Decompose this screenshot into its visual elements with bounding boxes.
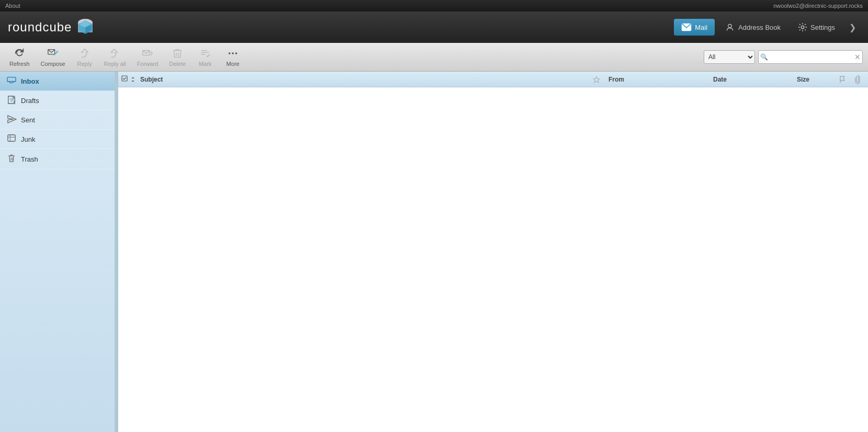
sidebar-item-drafts[interactable]: Drafts [0,91,115,110]
drafts-icon [6,95,17,106]
filter-select[interactable]: All Unread Flagged Unanswered [704,50,755,64]
message-list-body [118,87,868,432]
search-icon[interactable]: 🔍 [760,53,768,61]
forward-button[interactable]: Forward [133,45,162,69]
mail-nav-icon [681,23,692,31]
column-subject-header[interactable]: Subject [136,76,589,83]
size-header-label: Size [797,76,809,83]
mark-icon [199,47,211,60]
svg-point-19 [235,52,238,54]
more-label: More [227,61,240,67]
junk-label: Junk [21,135,35,143]
logo-text: roundcube [8,20,72,35]
nav-right: Mail Address Book Settings ❯ [674,18,860,36]
address-book-nav-label: Address Book [738,24,781,31]
trash-label: Trash [21,155,38,163]
mail-nav-button[interactable]: Mail [674,19,715,36]
address-book-nav-icon [725,23,735,31]
svg-point-17 [229,52,231,54]
inbox-icon [6,76,17,86]
compose-button[interactable]: Compose [37,45,70,69]
date-header-label: Date [713,76,727,83]
sidebar-item-sent[interactable]: Sent [0,110,115,130]
sidebar-item-junk[interactable]: Junk [0,130,115,149]
column-check[interactable] [120,75,136,84]
more-button[interactable]: More [220,45,245,69]
svg-rect-28 [122,76,127,81]
reply-all-icon [109,47,121,60]
svg-point-10 [801,26,804,28]
search-area: All Unread Flagged Unanswered 🔍 ✕ [704,50,863,64]
search-box-wrap: 🔍 ✕ [758,50,863,64]
top-bar: About nwoolwo2@directnic-support.rocks [0,0,868,12]
user-email: nwoolwo2@directnic-support.rocks [773,3,863,9]
sent-label: Sent [21,116,35,124]
logo-cube-icon [76,18,95,37]
column-attach-header [850,76,866,83]
column-date-header[interactable]: Date [709,76,793,83]
column-size-header[interactable]: Size [793,76,835,83]
select-all-icon[interactable] [121,75,135,84]
main-layout: Inbox Drafts Sent [0,72,868,432]
compose-icon [47,47,59,60]
address-book-nav-button[interactable]: Address Book [717,19,788,36]
trash-icon [6,153,17,165]
refresh-label: Refresh [9,61,30,67]
sidebar-item-trash[interactable]: Trash [0,149,115,169]
inbox-label: Inbox [21,77,39,85]
column-star-header [589,76,604,83]
subject-header-label: Subject [140,76,163,83]
svg-point-18 [232,52,234,54]
reply-all-label: Reply all [104,61,126,67]
sidebar: Inbox Drafts Sent [0,72,115,432]
about-link[interactable]: About [5,3,20,9]
refresh-button[interactable]: Refresh [5,45,34,69]
message-list-header: Subject From Date Size [118,72,868,87]
reply-label: Reply [77,61,92,67]
header: roundcube Mail Address [0,12,868,43]
settings-nav-label: Settings [810,24,835,31]
sent-icon [6,115,17,125]
search-input[interactable] [758,50,863,64]
from-header-label: From [608,76,624,83]
search-clear-button[interactable]: ✕ [854,53,861,61]
settings-nav-button[interactable]: Settings [791,18,842,36]
svg-rect-23 [8,135,15,141]
svg-point-9 [728,24,731,27]
column-flag-header [835,76,850,83]
mark-label: Mark [199,61,211,67]
delete-label: Delete [169,61,186,67]
message-list: Subject From Date Size [118,72,868,432]
more-icon [227,47,239,60]
refresh-icon [13,47,26,60]
delete-button[interactable]: Delete [165,45,190,69]
delete-icon [171,47,184,60]
mail-nav-label: Mail [695,24,707,31]
reply-icon [78,47,91,60]
forward-label: Forward [137,61,158,67]
drafts-label: Drafts [21,97,39,105]
reply-all-button[interactable]: Reply all [100,45,130,69]
junk-icon [6,134,17,144]
svg-marker-29 [593,76,599,82]
toolbar: Refresh Compose Reply Reply all [0,43,868,72]
window-close-button[interactable]: ❯ [845,20,860,35]
compose-label: Compose [41,61,65,67]
forward-icon [141,47,154,60]
settings-nav-icon [798,22,807,32]
column-from-header[interactable]: From [604,76,709,83]
reply-button[interactable]: Reply [72,45,97,69]
sidebar-item-inbox[interactable]: Inbox [0,72,115,91]
logo: roundcube [8,18,95,37]
mark-button[interactable]: Mark [193,45,218,69]
